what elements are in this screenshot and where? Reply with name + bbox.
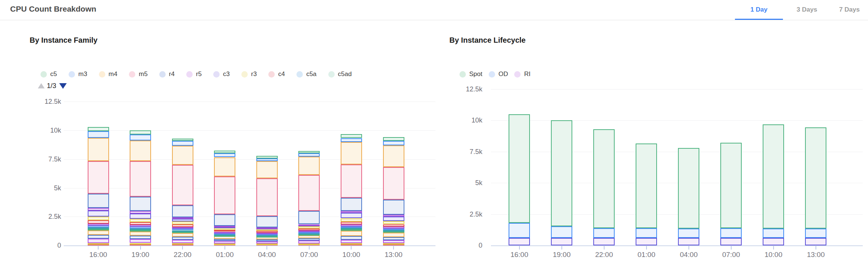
bar-segment[interactable] bbox=[172, 219, 193, 221]
bar-segment[interactable] bbox=[298, 151, 320, 154]
bar-segment[interactable] bbox=[383, 233, 404, 237]
bar-segment[interactable] bbox=[551, 238, 572, 245]
bar-segment[interactable] bbox=[383, 229, 404, 230]
bar-segment[interactable] bbox=[88, 138, 109, 161]
bar-segment[interactable] bbox=[341, 231, 362, 236]
bar-segment[interactable] bbox=[130, 243, 151, 245]
bar-segment[interactable] bbox=[636, 228, 657, 238]
bar-segment[interactable] bbox=[256, 241, 278, 244]
bar-segment[interactable] bbox=[298, 230, 320, 232]
bar-segment[interactable] bbox=[130, 232, 151, 236]
bar-segment[interactable] bbox=[298, 229, 320, 230]
bar-segment[interactable] bbox=[383, 137, 404, 141]
bar-segment[interactable] bbox=[256, 216, 278, 227]
bar-segment[interactable] bbox=[172, 227, 193, 229]
bar-segment[interactable] bbox=[88, 224, 109, 226]
bar-segment[interactable] bbox=[341, 240, 362, 243]
bar-segment[interactable] bbox=[298, 244, 320, 245]
bar-segment[interactable] bbox=[172, 233, 193, 237]
bar-segment[interactable] bbox=[130, 197, 151, 211]
bar-segment[interactable] bbox=[88, 161, 109, 194]
bar-segment[interactable] bbox=[298, 238, 320, 241]
bar-segment[interactable] bbox=[298, 226, 320, 229]
bar-segment[interactable] bbox=[763, 124, 784, 229]
bar-segment[interactable] bbox=[341, 134, 362, 138]
bar-segment[interactable] bbox=[88, 226, 109, 227]
bar-segment[interactable] bbox=[130, 239, 151, 243]
bar-segment[interactable] bbox=[298, 175, 320, 211]
bar-segment[interactable] bbox=[593, 238, 615, 245]
bar-segment[interactable] bbox=[130, 211, 151, 214]
bar-segment[interactable] bbox=[763, 229, 784, 238]
bar-segment[interactable] bbox=[172, 237, 193, 240]
bar-segment[interactable] bbox=[88, 194, 109, 208]
bar-segment[interactable] bbox=[805, 229, 826, 238]
bar-segment[interactable] bbox=[88, 220, 109, 223]
bar-segment[interactable] bbox=[341, 224, 362, 226]
bar-segment[interactable] bbox=[383, 145, 404, 167]
bar-segment[interactable] bbox=[172, 141, 193, 146]
bar-segment[interactable] bbox=[678, 229, 699, 238]
bar-segment[interactable] bbox=[172, 165, 193, 205]
bar-segment[interactable] bbox=[509, 223, 530, 238]
bar-segment[interactable] bbox=[383, 230, 404, 232]
bar-segment[interactable] bbox=[130, 161, 151, 197]
bar-segment[interactable] bbox=[551, 226, 572, 238]
bar-segment[interactable] bbox=[172, 221, 193, 224]
bar-segment[interactable] bbox=[256, 156, 278, 158]
bar-segment[interactable] bbox=[720, 228, 742, 238]
bar-segment[interactable] bbox=[383, 215, 404, 216]
bar-segment[interactable] bbox=[720, 238, 742, 245]
bar-segment[interactable] bbox=[214, 232, 235, 233]
bar-segment[interactable] bbox=[341, 243, 362, 245]
bar-segment[interactable] bbox=[383, 227, 404, 228]
bar-segment[interactable] bbox=[509, 238, 530, 245]
bar-segment[interactable] bbox=[172, 240, 193, 243]
bar-segment[interactable] bbox=[256, 161, 278, 178]
bar-segment[interactable] bbox=[341, 142, 362, 164]
bar-segment[interactable] bbox=[805, 238, 826, 245]
bar-segment[interactable] bbox=[383, 221, 404, 224]
bar-segment[interactable] bbox=[130, 130, 151, 134]
bar-segment[interactable] bbox=[551, 120, 572, 226]
bar-segment[interactable] bbox=[298, 232, 320, 233]
bar-segment[interactable] bbox=[383, 231, 404, 233]
bar-segment[interactable] bbox=[88, 208, 109, 211]
bar-segment[interactable] bbox=[720, 143, 742, 228]
bar-segment[interactable] bbox=[341, 198, 362, 211]
bar-segment[interactable] bbox=[383, 141, 404, 145]
bar-segment[interactable] bbox=[172, 205, 193, 217]
bar-segment[interactable] bbox=[509, 114, 530, 223]
bar-segment[interactable] bbox=[88, 239, 109, 243]
bar-segment[interactable] bbox=[593, 129, 615, 229]
bar-segment[interactable] bbox=[341, 218, 362, 222]
bar-segment[interactable] bbox=[214, 157, 235, 176]
bar-segment[interactable] bbox=[256, 227, 278, 229]
bar-segment[interactable] bbox=[88, 243, 109, 245]
bar-segment[interactable] bbox=[214, 176, 235, 214]
bar-segment[interactable] bbox=[636, 238, 657, 245]
bar-segment[interactable] bbox=[88, 217, 109, 220]
bar-segment[interactable] bbox=[214, 239, 235, 241]
bar-segment[interactable] bbox=[172, 232, 193, 233]
bar-segment[interactable] bbox=[383, 217, 404, 221]
bar-segment[interactable] bbox=[298, 224, 320, 226]
bar-segment[interactable] bbox=[383, 243, 404, 245]
bar-segment[interactable] bbox=[130, 229, 151, 230]
bar-segment[interactable] bbox=[678, 238, 699, 245]
bar-segment[interactable] bbox=[341, 211, 362, 213]
bar-segment[interactable] bbox=[256, 158, 278, 161]
bar-segment[interactable] bbox=[383, 240, 404, 244]
bar-segment[interactable] bbox=[214, 151, 235, 153]
bar-segment[interactable] bbox=[172, 139, 193, 141]
bar-segment[interactable] bbox=[88, 235, 109, 239]
bar-segment[interactable] bbox=[805, 127, 826, 229]
bar-segment[interactable] bbox=[172, 229, 193, 230]
bar-segment[interactable] bbox=[88, 227, 109, 229]
bar-segment[interactable] bbox=[172, 146, 193, 165]
bar-segment[interactable] bbox=[298, 211, 320, 224]
bar-segment[interactable] bbox=[88, 211, 109, 217]
bar-segment[interactable] bbox=[214, 153, 235, 157]
bar-segment[interactable] bbox=[341, 229, 362, 231]
bar-segment[interactable] bbox=[678, 148, 699, 229]
